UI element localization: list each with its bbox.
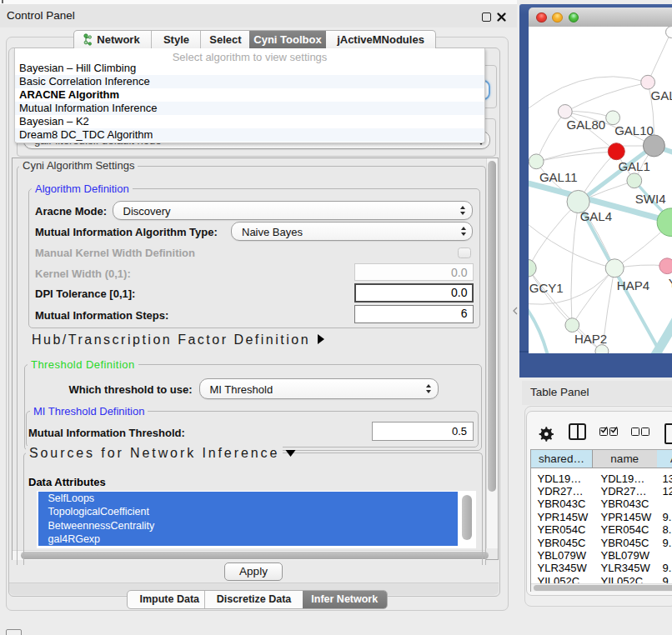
svg-text:SWI4: SWI4 [634, 192, 665, 206]
svg-text:GCY1: GCY1 [529, 281, 563, 295]
svg-text:YM: YM [668, 276, 672, 290]
svg-text:GAL10: GAL10 [614, 123, 654, 138]
svg-text:GAL11: GAL11 [539, 170, 577, 184]
svg-text:HAP2: HAP2 [574, 332, 606, 346]
svg-text:GAL7: GAL7 [650, 88, 672, 102]
svg-text:HAP4: HAP4 [616, 278, 649, 292]
svg-text:GAL1: GAL1 [618, 159, 649, 173]
svg-text:GAL80: GAL80 [566, 118, 605, 132]
svg-text:GAL4: GAL4 [579, 209, 611, 223]
